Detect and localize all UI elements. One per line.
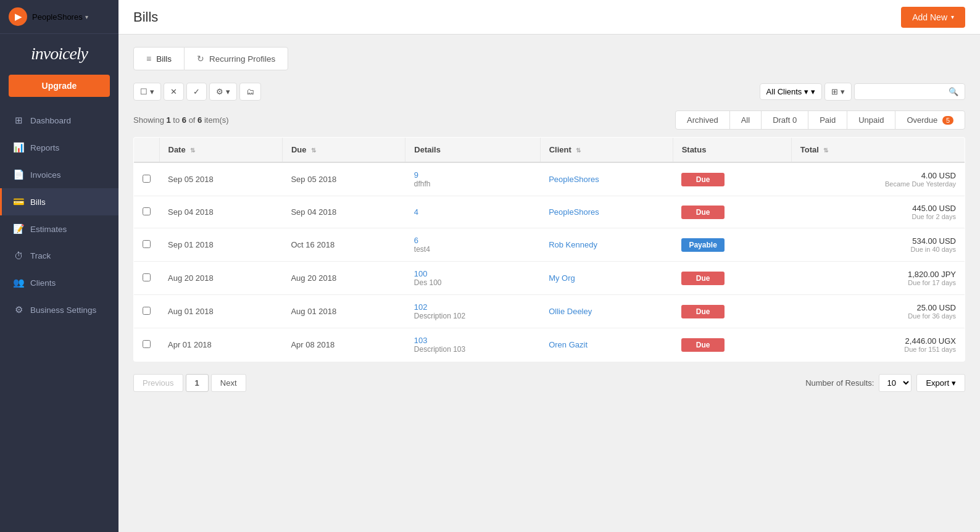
client-link[interactable]: My Org	[549, 273, 575, 283]
row-checkbox[interactable]	[143, 175, 151, 183]
client-filter[interactable]: All Clients ▾ ▾	[760, 83, 823, 100]
bill-number-link[interactable]: 102	[414, 302, 531, 312]
bill-number-link[interactable]: 4	[414, 207, 531, 217]
col-due[interactable]: Due ⇅	[282, 138, 405, 163]
bill-desc: test4	[414, 245, 531, 254]
sidebar-item-reports[interactable]: 📊 Reports	[0, 134, 118, 161]
row-checkbox[interactable]	[143, 340, 151, 348]
settings-icon: ⚙	[13, 304, 24, 315]
reject-button[interactable]: ✕	[164, 83, 184, 101]
sidebar-item-estimates[interactable]: 📝 Estimates	[0, 215, 118, 243]
bill-number-link[interactable]: 100	[414, 269, 531, 278]
table-row: Sep 04 2018 Sep 04 2018 4 PeopleShores D…	[134, 196, 965, 228]
next-button[interactable]: Next	[211, 374, 246, 392]
sidebar-item-track[interactable]: ⏱ Track	[0, 243, 118, 269]
search-icon[interactable]: 🔍	[949, 87, 958, 96]
tab-recurring-profiles[interactable]: ↻ Recurring Profiles	[184, 47, 288, 70]
row-status: Due	[673, 162, 791, 196]
row-client: Rob Kennedy	[540, 228, 673, 262]
clients-icon: 👥	[13, 277, 24, 288]
filter-archived[interactable]: Archived	[675, 110, 730, 130]
view-toggle-button[interactable]: ⊞ ▾	[824, 83, 852, 101]
total-amount: 1,820.00 JPY	[800, 270, 956, 279]
client-link[interactable]: Ollie Deeley	[549, 307, 592, 316]
filter-unpaid[interactable]: Unpaid	[847, 110, 895, 130]
row-client: My Org	[540, 262, 673, 295]
total-amount: 2,446.00 UGX	[800, 336, 956, 346]
total-sub: Due for 17 days	[800, 279, 956, 286]
row-due: Aug 20 2018	[282, 262, 405, 295]
results-select[interactable]: 10 25 50	[879, 374, 911, 392]
sidebar: ▶ PeopleShores ▾ invoicely Upgrade ⊞ Das…	[0, 0, 118, 532]
bills-table: Date ⇅ Due ⇅ Details Client ⇅ Status Tot…	[133, 137, 965, 362]
toolbar: ☐ ▾ ✕ ✓ ⚙ ▾ 🗂 All Clients ▾ ▾	[133, 83, 965, 101]
row-checkbox[interactable]	[143, 240, 151, 248]
dashboard-icon: ⊞	[13, 115, 24, 126]
brand-caret-icon[interactable]: ▾	[85, 14, 88, 20]
tab-bills[interactable]: ≡ Bills	[133, 47, 185, 70]
row-checkbox[interactable]	[143, 273, 151, 281]
x-icon: ✕	[170, 87, 177, 96]
sort-icon: ⇅	[576, 147, 581, 154]
filter-paid[interactable]: Paid	[808, 110, 847, 130]
sidebar-item-dashboard[interactable]: ⊞ Dashboard	[0, 107, 118, 134]
track-icon: ⏱	[13, 251, 24, 261]
row-client: Oren Gazit	[540, 328, 673, 362]
page-1-button[interactable]: 1	[186, 374, 209, 392]
approve-button[interactable]: ✓	[186, 83, 207, 101]
col-total[interactable]: Total ⇅	[791, 138, 965, 163]
archive-icon: 🗂	[246, 87, 254, 96]
recurring-tab-icon: ↻	[197, 54, 204, 64]
total-sub: Became Due Yesterday	[800, 180, 956, 188]
previous-button[interactable]: Previous	[133, 374, 183, 392]
client-link[interactable]: Oren Gazit	[549, 340, 588, 349]
search-box: 🔍	[854, 83, 965, 100]
status-badge: Payable	[681, 238, 725, 252]
status-badge: Due	[681, 305, 725, 318]
sidebar-item-business-settings[interactable]: ⚙ Business Settings	[0, 296, 118, 323]
row-checkbox[interactable]	[143, 207, 151, 215]
bill-number-link[interactable]: 6	[414, 236, 531, 245]
gear-button[interactable]: ⚙ ▾	[209, 83, 237, 101]
filter-all[interactable]: All	[729, 110, 762, 130]
search-input[interactable]	[861, 87, 949, 96]
showing-bar: Showing 1 to 6 of 6 item(s) Archived All…	[133, 110, 965, 130]
row-checkbox-cell	[134, 162, 160, 196]
col-date[interactable]: Date ⇅	[159, 138, 282, 163]
filter-overdue[interactable]: Overdue 5	[895, 110, 965, 130]
row-total: 445.00 USD Due for 2 days	[791, 196, 965, 228]
client-link[interactable]: PeopleShores	[549, 175, 599, 184]
col-client[interactable]: Client ⇅	[540, 138, 673, 163]
export-button[interactable]: Export ▾	[916, 374, 965, 392]
bill-desc: Des 100	[414, 278, 531, 287]
client-link[interactable]: PeopleShores	[549, 207, 599, 217]
row-status: Due	[673, 295, 791, 328]
results-label: Number of Results:	[805, 378, 874, 388]
total-amount: 25.00 USD	[800, 303, 956, 312]
sidebar-item-clients[interactable]: 👥 Clients	[0, 269, 118, 296]
sidebar-item-bills[interactable]: 💳 Bills	[0, 188, 118, 215]
client-link[interactable]: Rob Kennedy	[549, 240, 597, 249]
sidebar-item-invoices[interactable]: 📄 Invoices	[0, 161, 118, 188]
pagination-buttons: Previous 1 Next	[133, 374, 246, 392]
add-new-button[interactable]: Add New ▾	[901, 7, 965, 28]
total-sub: Due for 2 days	[800, 213, 956, 220]
sidebar-item-label: Estimates	[30, 225, 67, 234]
bills-tab-icon: ≡	[146, 54, 151, 64]
row-date: Aug 20 2018	[159, 262, 282, 295]
row-checkbox[interactable]	[143, 307, 151, 315]
table-row: Aug 20 2018 Aug 20 2018 100 Des 100 My O…	[134, 262, 965, 295]
row-details: 103 Description 103	[405, 328, 540, 362]
status-badge: Due	[681, 206, 725, 219]
filter-draft[interactable]: Draft 0	[761, 110, 808, 130]
filter-dropdown-icon: ▾	[804, 87, 808, 96]
archive-button[interactable]: 🗂	[239, 83, 261, 101]
filter-tabs: Archived All Draft 0 Paid Unpaid Overdue…	[676, 110, 965, 130]
upgrade-button[interactable]: Upgrade	[9, 75, 110, 97]
status-badge: Due	[681, 173, 725, 186]
table-row: Sep 01 2018 Oct 16 2018 6 test4 Rob Kenn…	[134, 228, 965, 262]
row-status: Due	[673, 328, 791, 362]
bill-number-link[interactable]: 9	[414, 170, 531, 180]
select-all-button[interactable]: ☐ ▾	[133, 83, 161, 101]
bill-number-link[interactable]: 103	[414, 336, 531, 345]
